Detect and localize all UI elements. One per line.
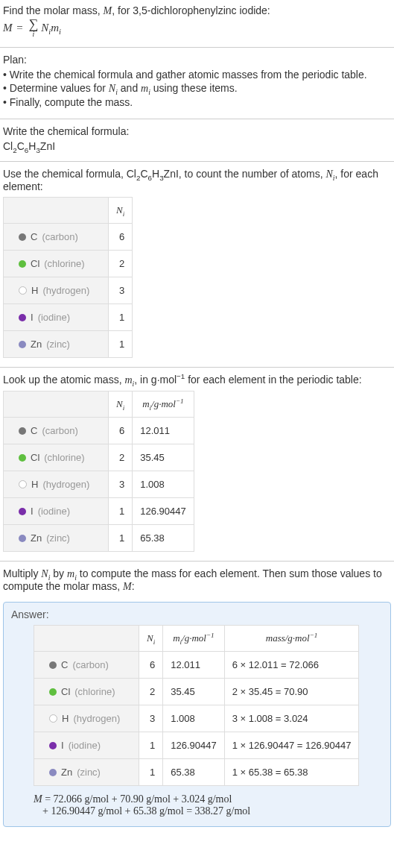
element-name: (carbon) <box>72 659 108 670</box>
cell-mass: 3 × 1.008 = 3.024 <box>224 705 359 732</box>
element-dot-icon <box>49 688 57 696</box>
formula-section: Write the chemical formula: Cl2C6H3ZnI <box>0 121 394 160</box>
element-name: (chlorine) <box>74 686 115 697</box>
cell-m: 35.45 <box>163 679 224 705</box>
answer-box: Answer: Ni mi/g·mol−1 mass/g·mol−1 C (ca… <box>3 602 391 827</box>
cell-mass: 6 × 12.011 = 72.066 <box>224 652 359 679</box>
cell-m: 1.008 <box>133 471 194 498</box>
element-symbol: H <box>31 285 38 296</box>
col-mass: mass/g·mol−1 <box>224 626 359 652</box>
col-ni: Ni <box>109 198 133 224</box>
element-symbol: C <box>31 425 37 436</box>
table-row: Cl (chlorine)235.45 <box>4 444 194 471</box>
cell-m: 65.38 <box>163 759 224 786</box>
lookup-section: Look up the atomic mass, mi, in g·mol−1 … <box>0 369 394 559</box>
element-symbol: Zn <box>31 339 42 350</box>
molar-mass-formula: M = ∑i Nimi <box>3 17 391 38</box>
answer-table: Ni mi/g·mol−1 mass/g·mol−1 C (carbon)612… <box>34 625 359 786</box>
table-row: H (hydrogen)31.0083 × 1.008 = 3.024 <box>34 705 359 732</box>
col-mi: mi/g·mol−1 <box>163 626 224 652</box>
element-symbol: C <box>31 231 37 242</box>
fe2: + 126.90447 g/mol + 65.38 g/mol = 338.27… <box>34 805 383 817</box>
cell-n: 2 <box>109 444 133 471</box>
element-name: (hydrogen) <box>42 479 89 490</box>
cell-n: 2 <box>139 679 163 705</box>
element-dot-icon <box>19 454 26 462</box>
element-dot-icon <box>19 535 26 542</box>
element-name: (iodine) <box>69 740 101 751</box>
element-symbol: H <box>31 479 38 490</box>
table-row: I (iodine)1 <box>4 304 133 331</box>
element-dot-icon <box>19 260 26 268</box>
cell-n: 6 <box>109 224 133 251</box>
table-row: C (carbon)6 <box>4 224 133 251</box>
element-count-table: Ni C (carbon)6Cl (chlorine)2H (hydrogen)… <box>3 197 133 358</box>
cell-n: 1 <box>109 304 133 331</box>
final-equation: M = 72.066 g/mol + 70.90 g/mol + 3.024 g… <box>11 793 383 817</box>
cell-mass: 1 × 126.90447 = 126.90447 <box>224 732 359 759</box>
formula-title: Write the chemical formula: <box>3 125 391 137</box>
cell-n: 2 <box>109 251 133 277</box>
cell-m: 65.38 <box>133 525 194 552</box>
cell-n: 1 <box>109 331 133 358</box>
cell-m: 126.90447 <box>163 732 224 759</box>
element-dot-icon <box>19 508 26 515</box>
table-row: Zn (zinc)165.381 × 65.38 = 65.38 <box>34 759 359 786</box>
element-symbol: Cl <box>31 452 39 463</box>
table-row: Cl (chlorine)235.452 × 35.45 = 70.90 <box>34 679 359 705</box>
count-intro: Use the chemical formula, Cl2C6H3ZnI, to… <box>3 168 391 192</box>
element-symbol: I <box>31 506 34 517</box>
intro-section: Find the molar mass, M, for 3,5-dichloro… <box>0 0 394 45</box>
element-symbol: H <box>62 713 69 724</box>
element-symbol: Zn <box>61 767 72 778</box>
element-symbol: Cl <box>31 258 39 269</box>
cell-mass: 2 × 35.45 = 70.90 <box>224 679 359 705</box>
multiply-intro: Multiply Ni by mi to compute the mass fo… <box>3 567 391 593</box>
element-symbol: Zn <box>31 532 42 544</box>
t: Use the chemical formula, <box>3 168 127 180</box>
cell-n: 1 <box>139 732 163 759</box>
table-row: C (carbon)612.011 <box>4 418 194 444</box>
element-dot-icon <box>19 341 26 348</box>
plan-item: • Write the chemical formula and gather … <box>3 69 391 81</box>
element-name: (chlorine) <box>44 452 84 463</box>
element-dot-icon <box>49 714 57 723</box>
element-name: (carbon) <box>42 425 77 436</box>
cell-m: 1.008 <box>163 705 224 732</box>
element-dot-icon <box>19 233 26 241</box>
cell-n: 1 <box>109 525 133 552</box>
cell-n: 3 <box>139 705 163 732</box>
plan-item: • Determine values for Ni and mi using t… <box>3 82 391 95</box>
element-dot-icon <box>49 769 57 776</box>
element-name: (iodine) <box>38 312 70 323</box>
element-name: (chlorine) <box>44 258 84 269</box>
fe1: 72.066 g/mol + 70.90 g/mol + 3.024 g/mol <box>54 793 232 805</box>
plan-item: • Finally, compute the mass. <box>3 96 391 108</box>
table-row: H (hydrogen)3 <box>4 277 133 304</box>
table-row: Zn (zinc)1 <box>4 331 133 358</box>
table-row: C (carbon)612.0116 × 12.011 = 72.066 <box>34 652 359 679</box>
cell-n: 3 <box>109 277 133 304</box>
table-row: Cl (chlorine)2 <box>4 251 133 277</box>
atomic-mass-table: Ni mi/g·mol−1 C (carbon)612.011Cl (chlor… <box>3 391 194 552</box>
element-dot-icon <box>19 286 27 295</box>
cell-n: 6 <box>109 418 133 444</box>
element-name: (zinc) <box>77 767 101 778</box>
table-row: Zn (zinc)165.38 <box>4 525 194 552</box>
col-mi: mi/g·mol−1 <box>133 391 194 418</box>
intro-line1: Find the molar mass, M, for 3,5-dichloro… <box>3 4 391 17</box>
chemical-formula: Cl2C6H3ZnI <box>3 140 391 152</box>
element-symbol: C <box>61 659 68 670</box>
lookup-intro: Look up the atomic mass, mi, in g·mol−1 … <box>3 374 391 386</box>
cell-n: 3 <box>109 471 133 498</box>
cell-m: 12.011 <box>163 652 224 679</box>
col-ni: Ni <box>139 626 163 652</box>
plan-title: Plan: <box>3 54 391 66</box>
element-symbol: I <box>31 312 34 323</box>
element-name: (zinc) <box>46 532 70 544</box>
element-symbol: Cl <box>61 686 70 697</box>
element-symbol: I <box>61 740 64 751</box>
element-name: (hydrogen) <box>42 285 89 296</box>
element-dot-icon <box>49 742 57 749</box>
multiply-section: Multiply Ni by mi to compute the mass fo… <box>0 563 394 600</box>
